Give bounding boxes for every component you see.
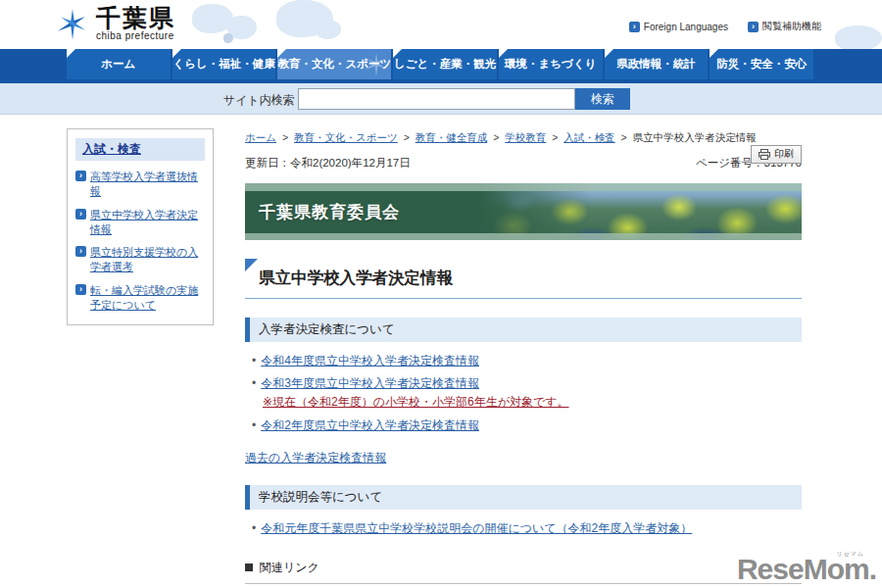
- r3-target-note: ※現在（令和2年度）の小学校・小学部6年生が対象です。: [263, 394, 802, 411]
- resemom-watermark: リセマム ReseMom.: [737, 555, 876, 584]
- board-of-education-banner: 千葉県教育委員会: [245, 183, 802, 240]
- page-title: 県立中学校入学者決定情報: [259, 268, 802, 289]
- page-title-block: 県立中学校入学者決定情報: [245, 259, 802, 299]
- link-arrow-icon: ›: [75, 209, 86, 220]
- breadcrumb-current: 県立中学校入学者決定情報: [633, 131, 757, 143]
- section-heading-exam-info: 入学者決定検査について: [245, 318, 802, 342]
- sidebar-title[interactable]: 入試・検査: [75, 138, 205, 161]
- nav-tab-life-welfare[interactable]: くらし・福祉・健康: [172, 49, 276, 79]
- foreign-languages-link[interactable]: › Foreign Languages: [629, 20, 728, 33]
- tree-decoration: [835, 25, 882, 51]
- square-bullet-icon: [245, 564, 253, 571]
- chiba-star-logo: [56, 5, 89, 44]
- breadcrumb-exam[interactable]: 入試・検査: [564, 131, 615, 143]
- link-past-exam-info[interactable]: 過去の入学者決定検査情報: [245, 450, 386, 466]
- sidebar-item-highschool-selection[interactable]: › 高等学校入学者選抜情報: [75, 170, 205, 199]
- nav-tab-disaster-safety[interactable]: 防災・安全・安心: [710, 49, 813, 79]
- nav-tab-environment[interactable]: 環境・まちづくり: [499, 49, 603, 79]
- chiba-logo[interactable]: 千葉県 chiba prefecture: [56, 5, 175, 44]
- nav-tab-work-industry[interactable]: しごと・産業・観光: [393, 49, 497, 79]
- section-heading-related-links: 関連リンク: [245, 560, 802, 584]
- link-briefing-session[interactable]: 令和元年度千葉県県立中学校学校説明会の開催について（令和2年度入学者対象）: [261, 521, 692, 535]
- exam-link-list: •令和4年度県立中学校入学者決定検査情報 •令和3年度県立中学校入学者決定検査情…: [252, 353, 802, 434]
- logo-subtitle: chiba prefecture: [96, 30, 175, 41]
- bullet-icon: •: [252, 521, 256, 535]
- link-r4-exam-info[interactable]: 令和4年度県立中学校入学者決定検査情報: [261, 354, 479, 368]
- banner-title: 千葉県教育委員会: [259, 200, 400, 222]
- sidebar-item-transfer-exam[interactable]: › 転・編入学試験の実施予定について: [75, 283, 205, 313]
- sidebar-item-junior-high-decision[interactable]: › 県立中学校入学者決定情報: [75, 208, 205, 237]
- site-search-bar: サイト内検索 検索: [0, 83, 882, 115]
- breadcrumb-home[interactable]: ホーム: [245, 131, 276, 143]
- link-arrow-icon: ›: [629, 22, 640, 32]
- link-arrow-icon: ›: [75, 246, 86, 257]
- search-input[interactable]: [298, 88, 575, 110]
- bullet-icon: •: [252, 418, 256, 432]
- logo-title: 千葉県: [96, 5, 175, 30]
- list-item: •令和元年度千葉県県立中学校学校説明会の開催について（令和2年度入学者対象）: [252, 520, 802, 537]
- bullet-icon: •: [252, 354, 256, 368]
- link-r3-exam-info[interactable]: 令和3年度県立中学校入学者決定検査情報: [261, 376, 479, 390]
- title-corner-icon: [245, 259, 258, 271]
- list-item: •令和4年度県立中学校入学者決定検査情報: [252, 353, 802, 369]
- breadcrumb: ホーム > 教育・文化・スポーツ > 教育・健全育成 > 学校教育 > 入試・検…: [245, 130, 802, 145]
- utility-links: › Foreign Languages › 閲覧補助機能: [629, 20, 821, 33]
- tab-star-icon: [364, 51, 389, 78]
- nav-tab-home[interactable]: ホーム: [67, 49, 171, 79]
- global-nav: ホーム くらし・福祉・健康 教育・文化・スポーツ しごと・産業・観光 環境・まち…: [0, 49, 882, 83]
- link-arrow-icon: ›: [75, 171, 86, 181]
- meta-row: 更新日：令和2(2020)年12月17日 ページ番号：313776: [245, 156, 802, 171]
- print-button[interactable]: 印刷: [751, 145, 802, 164]
- briefing-link-list: •令和元年度千葉県県立中学校学校説明会の開催について（令和2年度入学者対象）: [252, 520, 802, 537]
- accessibility-link[interactable]: › 閲覧補助機能: [748, 20, 821, 33]
- flower-decoration: [223, 33, 233, 43]
- link-arrow-icon: ›: [75, 284, 86, 295]
- bullet-icon: •: [252, 376, 256, 390]
- top-header: 千葉県 chiba prefecture › Foreign Languages…: [0, 0, 882, 49]
- printer-icon: [759, 149, 770, 160]
- sidebar-item-special-support[interactable]: › 県立特別支援学校の入学者選考: [75, 245, 205, 274]
- breadcrumb-healthy-growth[interactable]: 教育・健全育成: [416, 131, 488, 143]
- nav-tab-education-culture-sports[interactable]: 教育・文化・スポーツ: [277, 49, 391, 79]
- list-item: •令和3年度県立中学校入学者決定検査情報 ※現在（令和2年度）の小学校・小学部6…: [252, 375, 802, 411]
- breadcrumb-school-education[interactable]: 学校教育: [505, 131, 546, 143]
- watermark-ruby: リセマム: [836, 551, 864, 557]
- updated-date: 更新日：令和2(2020)年12月17日: [245, 156, 411, 171]
- breadcrumb-education[interactable]: 教育・文化・スポーツ: [294, 131, 398, 143]
- tree-decoration: [316, 20, 341, 39]
- main-content: ホーム > 教育・文化・スポーツ > 教育・健全育成 > 学校教育 > 入試・検…: [245, 130, 802, 588]
- nav-tab-prefectural-info[interactable]: 県政情報・統計: [605, 49, 709, 79]
- section-heading-school-briefing: 学校説明会等について: [245, 485, 802, 510]
- link-r2-exam-info[interactable]: 令和2年度県立中学校入学者決定検査情報: [261, 418, 479, 432]
- link-arrow-icon: ›: [748, 22, 759, 32]
- list-item: •令和2年度県立中学校入学者決定検査情報: [252, 417, 802, 434]
- search-button[interactable]: 検索: [575, 88, 630, 110]
- sidebar-exam-menu: 入試・検査 › 高等学校入学者選抜情報 › 県立中学校入学者決定情報 › 県立特…: [67, 128, 214, 325]
- page: 千葉県 chiba prefecture › Foreign Languages…: [0, 0, 882, 588]
- search-label: サイト内検索: [223, 92, 295, 109]
